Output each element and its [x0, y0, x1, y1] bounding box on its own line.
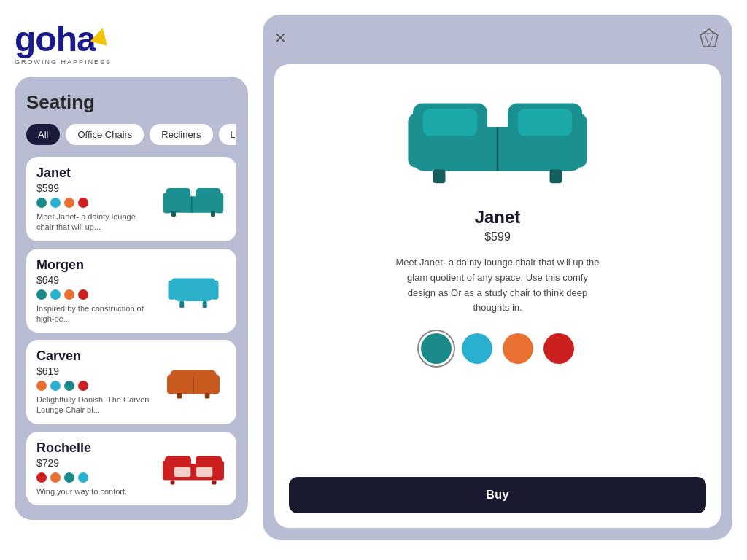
svg-line-32 [705, 34, 709, 47]
logo-tagline: GROWING HAPPINESS [15, 58, 112, 66]
product-price-rochelle: $729 [36, 457, 153, 469]
product-card-morgen[interactable]: Morgen $649 Inspired by the construction… [26, 249, 236, 333]
color-dots-morgen [36, 289, 153, 300]
svg-rect-25 [217, 461, 225, 481]
detail-color-teal[interactable] [421, 333, 452, 364]
detail-card: Janet $599 Meet Janet- a dainty lounge c… [274, 64, 721, 528]
color-dots-rochelle [36, 472, 153, 483]
right-section: ✕ [263, 15, 732, 540]
svg-rect-29 [212, 481, 217, 485]
svg-rect-3 [163, 192, 171, 214]
page-wrapper: goha GROWING HAPPINESS Seating All Offic… [0, 0, 747, 560]
svg-rect-18 [177, 393, 182, 399]
svg-rect-5 [171, 211, 176, 217]
color-dot [36, 289, 47, 300]
filter-tabs: All Office Chairs Recliners Lounge [26, 124, 236, 145]
detail-color-options [421, 333, 574, 364]
detail-chair-svg [403, 79, 592, 195]
rochelle-chair-svg [160, 446, 226, 490]
color-dot [36, 198, 47, 208]
logo-area: goha GROWING HAPPINESS [15, 15, 248, 77]
svg-rect-17 [211, 374, 220, 394]
gem-icon [697, 26, 721, 50]
logo-text: goha [15, 22, 96, 57]
svg-rect-45 [518, 109, 572, 136]
svg-rect-9 [171, 279, 215, 289]
svg-rect-42 [550, 170, 562, 184]
svg-rect-19 [205, 393, 210, 399]
svg-rect-11 [211, 281, 219, 300]
product-card-carven[interactable]: Carven $619 Delightfully Danish. The Car… [26, 340, 236, 424]
morgen-chair-svg [160, 268, 226, 312]
mobile-panel: Seating All Office Chairs Recliners Loun… [15, 77, 248, 520]
detail-color-light-teal[interactable] [462, 333, 492, 364]
svg-rect-27 [196, 467, 213, 478]
filter-tab-office-chairs[interactable]: Office Chairs [66, 124, 144, 145]
color-dots-carven [36, 381, 153, 391]
product-price-janet: $599 [36, 182, 153, 194]
color-dot [50, 289, 61, 300]
logo: goha [15, 22, 109, 57]
product-desc-rochelle: Wing your way to confort. [36, 486, 153, 497]
janet-chair-svg [160, 177, 226, 221]
color-dot [36, 472, 47, 483]
detail-header: ✕ [274, 26, 721, 50]
svg-rect-24 [163, 461, 171, 481]
filter-tab-all[interactable]: All [26, 124, 60, 145]
panel-title: Seating [26, 91, 236, 114]
buy-button[interactable]: Buy [289, 477, 706, 513]
product-card-janet[interactable]: Janet $599 Meet Janet- a dainty lounge c… [26, 157, 236, 241]
svg-rect-28 [171, 481, 175, 485]
product-info-morgen: Morgen $649 Inspired by the construction… [36, 257, 153, 324]
color-dot [64, 289, 74, 300]
product-list: Janet $599 Meet Janet- a dainty lounge c… [26, 157, 236, 505]
left-section: goha GROWING HAPPINESS Seating All Offic… [15, 15, 248, 520]
svg-rect-12 [179, 301, 184, 308]
color-dot [64, 381, 74, 391]
color-dot [50, 381, 61, 391]
product-image-rochelle [160, 443, 226, 494]
svg-rect-4 [215, 192, 223, 214]
color-dot [64, 198, 74, 208]
close-button[interactable]: ✕ [274, 29, 287, 47]
svg-rect-16 [167, 374, 176, 394]
product-info-rochelle: Rochelle $729 Wing your way to confort. [36, 440, 153, 497]
product-name-morgen: Morgen [36, 257, 153, 273]
detail-color-orange[interactable] [503, 333, 533, 364]
detail-image [403, 79, 592, 195]
detail-product-name: Janet [475, 207, 521, 228]
product-image-morgen [160, 265, 226, 316]
detail-product-description: Meet Janet- a dainty lounge chair that w… [395, 255, 600, 316]
detail-color-red[interactable] [543, 333, 574, 364]
product-image-janet [160, 174, 226, 225]
gem-icon-svg [699, 28, 719, 48]
product-card-rochelle[interactable]: Rochelle $729 Wing your way to confort. [26, 432, 236, 505]
product-name-carven: Carven [36, 349, 153, 364]
color-dot [36, 381, 47, 391]
color-dot [64, 472, 74, 483]
product-info-carven: Carven $619 Delightfully Danish. The Car… [36, 349, 153, 416]
color-dot [78, 381, 88, 391]
svg-rect-10 [169, 281, 177, 300]
svg-rect-41 [433, 170, 446, 184]
product-desc-morgen: Inspired by the construction of high-pe.… [36, 303, 153, 324]
color-dot [78, 289, 88, 300]
color-dot [50, 198, 61, 208]
color-dots-janet [36, 198, 153, 208]
detail-product-price: $599 [484, 230, 511, 244]
filter-tab-lounge[interactable]: Lounge [219, 124, 236, 145]
svg-marker-30 [700, 29, 718, 47]
color-dot [78, 198, 88, 208]
filter-tab-recliners[interactable]: Recliners [150, 124, 212, 145]
product-name-rochelle: Rochelle [36, 440, 153, 456]
carven-chair-svg [160, 360, 226, 404]
product-name-janet: Janet [36, 166, 153, 181]
svg-rect-6 [211, 211, 215, 217]
detail-panel: ✕ [263, 15, 732, 540]
product-price-morgen: $649 [36, 274, 153, 286]
svg-line-33 [709, 34, 713, 47]
product-info-janet: Janet $599 Meet Janet- a dainty lounge c… [36, 166, 153, 233]
svg-rect-26 [174, 467, 191, 478]
product-image-carven [160, 357, 226, 408]
color-dot [78, 472, 88, 483]
